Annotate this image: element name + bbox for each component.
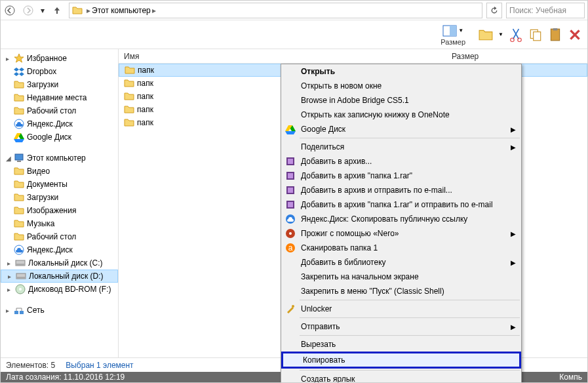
submenu-arrow-icon: ▶: [511, 259, 516, 266]
svg-rect-11: [15, 154, 23, 160]
menu-item[interactable]: Browse in Adobe Bridge CS5.1: [281, 93, 521, 108]
column-size[interactable]: Размер: [446, 52, 499, 61]
menu-item[interactable]: Добавить в архив "папка 1.rar": [281, 169, 521, 183]
svg-rect-12: [17, 161, 21, 162]
nav-item[interactable]: Dropbox: [1, 65, 118, 78]
nav-item[interactable]: Рабочий стол: [1, 230, 118, 243]
folder-icon: [72, 5, 83, 16]
menu-item[interactable]: Добавить в архив "папка 1.rar" и отправи…: [281, 197, 521, 212]
delete-button[interactable]: [568, 28, 582, 42]
nav-item[interactable]: Видео: [1, 165, 118, 178]
menu-item[interactable]: Открыть: [281, 64, 521, 79]
submenu-arrow-icon: ▶: [511, 230, 516, 237]
svg-rect-3: [450, 26, 456, 36]
menu-item[interactable]: Unlocker: [281, 302, 521, 316]
menu-item[interactable]: Добавить в архив и отправить по e-mail..…: [281, 183, 521, 197]
nav-item[interactable]: ▸Локальный диск (D:): [1, 270, 118, 283]
menu-item[interactable]: Поделиться▶: [281, 140, 521, 154]
menu-item[interactable]: Открыть как записную книжку в OneNote: [281, 108, 521, 122]
context-menu: ОткрытьОткрыть в новом окнеBrowse in Ado…: [281, 64, 522, 383]
svg-rect-20: [14, 311, 18, 314]
menu-item[interactable]: Открыть в новом окне: [281, 79, 521, 93]
svg-rect-17: [16, 277, 26, 279]
nav-item[interactable]: Яндекс.Диск: [1, 117, 118, 131]
svg-rect-23: [288, 159, 293, 164]
copy-button[interactable]: [528, 28, 543, 42]
svg-rect-15: [16, 264, 25, 266]
dropdown-icon[interactable]: ▼: [498, 31, 503, 37]
chevron-right-icon: ▸: [151, 6, 157, 15]
paste-button[interactable]: [548, 28, 562, 42]
info-date: Лата созлания: 11.10.2016 12:19: [6, 373, 125, 382]
forward-button[interactable]: [19, 1, 37, 20]
submenu-arrow-icon: ▶: [511, 323, 516, 331]
svg-point-32: [289, 232, 292, 235]
svg-point-4: [511, 37, 515, 41]
search-input[interactable]: Поиск: Учебная: [506, 3, 585, 18]
nav-computer[interactable]: ◢Этот компьютер: [1, 151, 118, 165]
nav-item[interactable]: ▸Дисковод BD-ROM (F:): [1, 283, 118, 296]
menu-separator: [300, 317, 520, 318]
submenu-arrow-icon: ▶: [511, 144, 516, 151]
menu-item[interactable]: Добавить в архив...: [281, 154, 521, 169]
organize-button[interactable]: [479, 28, 493, 42]
svg-point-5: [518, 37, 522, 41]
back-button[interactable]: [1, 1, 19, 20]
svg-text:a: a: [288, 243, 293, 252]
history-dropdown[interactable]: ▾: [37, 1, 48, 20]
column-name[interactable]: Имя: [119, 52, 446, 61]
svg-point-19: [19, 288, 22, 291]
menu-item[interactable]: Закрепить в меню "Пуск" (Classic Shell): [281, 284, 521, 298]
menu-item[interactable]: Google Диск▶: [281, 122, 521, 136]
menu-item[interactable]: Копировать: [281, 352, 521, 369]
address-bar: ▾ ▸ Этот компьютер ▸ Поиск: Учебная: [1, 1, 587, 20]
toolbar: ▼ Размер ▼: [1, 20, 587, 49]
menu-item[interactable]: Вырезать: [281, 337, 521, 352]
view-size-label: Размер: [441, 38, 465, 46]
nav-item[interactable]: Google Диск: [1, 131, 118, 144]
cut-button[interactable]: [509, 28, 523, 42]
view-preview-button[interactable]: [442, 24, 457, 38]
search-placeholder: Поиск: Учебная: [509, 6, 566, 15]
svg-rect-8: [551, 29, 559, 41]
nav-item[interactable]: ▸Локальный диск (C:): [1, 256, 118, 270]
nav-item[interactable]: Загрузки: [1, 78, 118, 91]
nav-item[interactable]: Загрузки: [1, 191, 118, 204]
menu-item[interactable]: Отправить▶: [281, 319, 521, 334]
menu-item[interactable]: Создать ярлык: [281, 372, 521, 383]
nav-item[interactable]: Рабочий стол: [1, 104, 118, 117]
breadcrumb-segment[interactable]: Этот компьютер: [92, 6, 151, 15]
menu-item[interactable]: aСканировать папка 1: [281, 241, 521, 255]
nav-item[interactable]: Яндекс.Диск: [1, 243, 118, 256]
nav-network[interactable]: ▸Сеть: [1, 304, 118, 317]
up-button[interactable]: [48, 1, 66, 20]
navigation-pane: ▸ИзбранноеDropboxЗагрузкиНедавние местаР…: [1, 49, 119, 357]
chevron-right-icon: ▸: [85, 6, 92, 15]
menu-item[interactable]: Яндекс.Диск: Скопировать публичную ссылк…: [281, 212, 521, 226]
svg-rect-25: [288, 173, 293, 178]
menu-item[interactable]: Закрепить на начальном экране: [281, 270, 521, 284]
svg-point-35: [292, 305, 294, 308]
nav-item[interactable]: Изображения: [1, 204, 118, 217]
menu-item[interactable]: Добавить в библиотеку▶: [281, 255, 521, 270]
dropdown-icon[interactable]: ▼: [458, 28, 463, 33]
refresh-button[interactable]: [486, 3, 502, 18]
menu-item[interactable]: Прожиг с помощью «Nero»▶: [281, 226, 521, 241]
menu-separator: [300, 370, 520, 371]
nav-favorites[interactable]: ▸Избранное: [1, 52, 118, 65]
status-items-count: Элементов: 5: [6, 361, 55, 370]
nav-item[interactable]: Документы: [1, 178, 118, 191]
breadcrumb[interactable]: ▸ Этот компьютер ▸: [69, 3, 482, 18]
svg-rect-9: [553, 28, 558, 30]
submenu-arrow-icon: ▶: [511, 126, 516, 133]
info-right: Компь: [559, 373, 582, 382]
svg-rect-27: [288, 188, 293, 193]
svg-point-1: [24, 6, 33, 15]
columns-header: Имя Размер: [119, 49, 587, 64]
nav-item[interactable]: Музыка: [1, 217, 118, 230]
menu-separator: [300, 335, 520, 336]
nav-item[interactable]: Недавние места: [1, 91, 118, 104]
svg-point-0: [5, 6, 14, 15]
menu-separator: [300, 138, 520, 138]
svg-rect-7: [534, 31, 541, 40]
